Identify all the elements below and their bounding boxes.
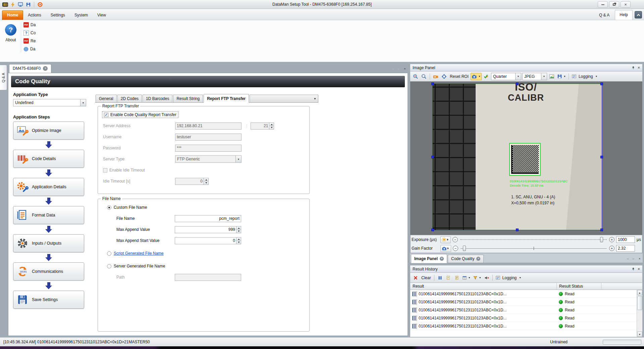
enable-report-transfer-row[interactable]: ✓ Enable Code Quality Report Transfer xyxy=(102,112,178,118)
chevron-down-icon[interactable]: ▼ xyxy=(235,156,241,162)
clear-results-label[interactable]: Clear xyxy=(420,276,432,280)
live-display-icon[interactable] xyxy=(432,73,439,80)
tab-general[interactable]: General xyxy=(96,95,117,102)
edit-graphics-icon[interactable] xyxy=(483,73,490,80)
tab-close-icon[interactable]: × xyxy=(637,256,642,261)
tab-scroll-right-icon[interactable]: ► xyxy=(396,66,401,71)
menu-tab-system[interactable]: System xyxy=(70,11,93,20)
spin-down-icon[interactable] xyxy=(204,181,208,185)
logging-button[interactable]: Logging▼ xyxy=(495,274,522,282)
columns-icon[interactable]: ▼ xyxy=(462,274,471,282)
close-icon[interactable]: × xyxy=(638,267,640,271)
step-format-data-button[interactable]: Format Data xyxy=(13,206,84,224)
max-append-value-input[interactable] xyxy=(175,226,236,233)
exposure-value-input[interactable] xyxy=(616,236,635,243)
live-monitor-icon[interactable] xyxy=(17,1,23,7)
device-ring-icon[interactable] xyxy=(37,1,43,7)
record-save-button[interactable]: ▼ xyxy=(556,73,567,80)
server-address-input[interactable] xyxy=(175,122,241,130)
step-save-settings-button[interactable]: Save Settings xyxy=(13,291,84,309)
roi-handle[interactable] xyxy=(516,229,519,231)
max-append-value-spinner[interactable] xyxy=(175,226,241,233)
document-tab[interactable]: DM475-6368F0 × xyxy=(9,64,51,73)
zoom-in-icon[interactable] xyxy=(412,73,419,80)
port-spinner[interactable] xyxy=(251,122,274,130)
menu-tab-settings[interactable]: Settings xyxy=(46,11,70,20)
tab-scroll-left-icon[interactable]: ◄ xyxy=(625,256,630,261)
exposure-decrease-button[interactable]: − xyxy=(452,237,458,242)
server-generated-radio[interactable] xyxy=(107,264,111,268)
spin-down-icon[interactable] xyxy=(236,241,241,244)
idle-timeout-input[interactable] xyxy=(175,178,204,185)
custom-file-name-radio[interactable] xyxy=(107,205,111,210)
close-button[interactable]: × xyxy=(621,1,631,8)
restore-button[interactable] xyxy=(609,1,619,8)
logging-button[interactable]: Logging▼ xyxy=(571,73,598,80)
roi-handle[interactable] xyxy=(600,156,603,158)
max-append-start-input[interactable] xyxy=(175,237,236,244)
document-tab-close-icon[interactable]: × xyxy=(43,66,48,71)
port-input[interactable] xyxy=(251,122,269,130)
path-input[interactable] xyxy=(175,274,241,281)
display-size-select[interactable]: Quarter ▼ xyxy=(491,73,521,80)
qa-side-tab[interactable]: Q & A xyxy=(0,65,7,90)
idle-timeout-spinner[interactable] xyxy=(175,178,209,185)
menu-tab-view[interactable]: View xyxy=(93,11,111,20)
tab-code-quality[interactable]: Code Quality × xyxy=(448,255,484,263)
server-type-select[interactable]: FTP Generic ▼ xyxy=(175,155,241,163)
filter-icon[interactable]: ▼ xyxy=(472,274,482,282)
image-format-select[interactable]: JPEG ▼ xyxy=(522,73,547,80)
tab-close-icon[interactable]: × xyxy=(476,257,480,261)
image-canvas[interactable]: ISO/ CALIBR 0100614141999996175012311012… xyxy=(410,82,643,235)
result-scrollbar[interactable]: ▲ ▼ xyxy=(637,290,642,337)
file-name-input[interactable] xyxy=(175,215,241,222)
reset-roi-label[interactable]: Reset ROI xyxy=(449,74,470,79)
application-type-select[interactable]: Undefined ▼ xyxy=(13,99,86,106)
qa-menu-item[interactable]: Q & A xyxy=(596,10,613,20)
exposure-slider[interactable] xyxy=(460,236,607,243)
gain-slider-thumb[interactable] xyxy=(463,246,466,251)
chevron-down-icon[interactable]: ▼ xyxy=(541,73,547,80)
result-row[interactable]: 01006141419999961750123110123ABC<0x1D...… xyxy=(410,290,637,298)
result-row[interactable]: 01006141419999961750123110123ABC<0x1D...… xyxy=(410,306,637,314)
enable-idle-timeout-checkbox[interactable] xyxy=(103,168,107,172)
menu-tab-home[interactable]: Home xyxy=(2,10,23,20)
menu-tab-actions[interactable]: Actions xyxy=(23,11,46,20)
spin-down-icon[interactable] xyxy=(236,230,241,233)
username-input[interactable] xyxy=(175,134,241,141)
step-application-details-button[interactable]: Application Details xyxy=(13,178,84,196)
help-tab[interactable]: Help xyxy=(615,10,633,20)
result-row[interactable]: 01006141419999961750123110123ABC<0x1D...… xyxy=(410,298,637,306)
column-header-result[interactable]: Result xyxy=(410,283,557,290)
step-communications-button[interactable]: 10101 Communications xyxy=(13,262,84,281)
quick-save-icon[interactable] xyxy=(25,1,31,7)
step-code-details-button[interactable]: Code Details xyxy=(13,150,84,168)
gain-decrease-button[interactable]: − xyxy=(453,246,458,251)
tab-1d-barcodes[interactable]: 1D Barcodes xyxy=(143,95,172,102)
roi-handle[interactable] xyxy=(600,229,603,231)
save-image-icon[interactable] xyxy=(548,73,555,80)
tab-report-ftp-transfer[interactable]: Report FTP Transfer xyxy=(204,94,249,103)
tab-scroll-left-icon[interactable]: ◄ xyxy=(390,66,395,71)
column-header-result-status[interactable]: Result Status xyxy=(557,283,601,290)
roi-handle[interactable] xyxy=(431,83,434,85)
copy-result-icon[interactable] xyxy=(445,274,452,282)
spin-up-icon[interactable] xyxy=(236,238,241,241)
chevron-down-icon[interactable]: ▼ xyxy=(515,73,521,80)
collapse-ribbon-button[interactable] xyxy=(635,11,642,18)
tab-2d-codes[interactable]: 2D Codes xyxy=(117,95,142,102)
tab-list-dropdown-icon[interactable]: ▼ xyxy=(314,97,316,100)
tab-image-panel[interactable]: Image Panel × xyxy=(411,254,447,263)
zoom-fit-icon[interactable] xyxy=(420,73,428,80)
tab-close-icon[interactable]: × xyxy=(440,257,444,261)
inspection-image[interactable]: ISO/ CALIBR 0100614141999996175012311012… xyxy=(432,84,602,230)
server-generated-label[interactable]: Server Generated File Name xyxy=(114,264,165,268)
tab-result-string[interactable]: Result String xyxy=(173,95,203,102)
roi-handle[interactable] xyxy=(516,83,519,85)
password-input[interactable] xyxy=(175,145,241,152)
pause-results-icon[interactable] xyxy=(436,274,444,282)
spin-up-icon[interactable] xyxy=(236,227,241,230)
spin-up-icon[interactable] xyxy=(269,123,274,126)
roi-handle[interactable] xyxy=(431,156,434,158)
exposure-slider-thumb[interactable] xyxy=(600,237,603,242)
